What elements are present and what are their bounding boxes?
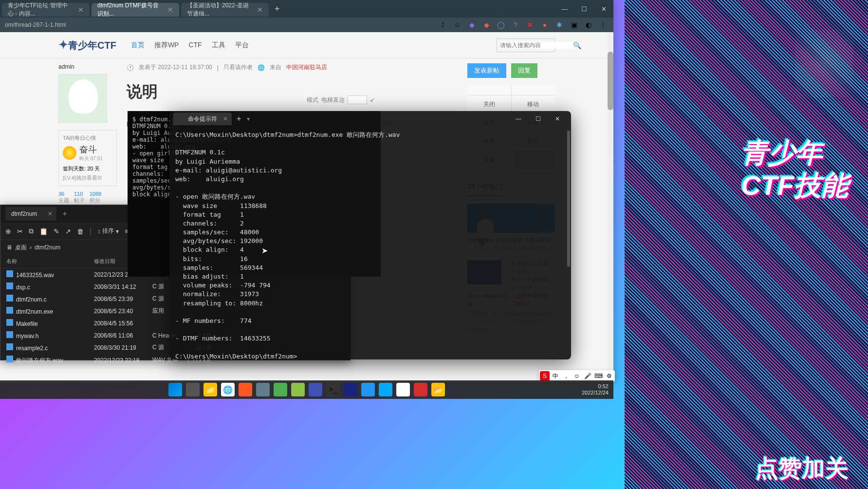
browser-tab-0[interactable]: 青少年CTF论坛 管理中心 - 内容... ✕ bbox=[2, 3, 90, 17]
new-tab-button[interactable]: + bbox=[232, 114, 246, 123]
extension-icon[interactable]: ✱ bbox=[554, 19, 565, 30]
author-name[interactable]: admin bbox=[58, 63, 117, 70]
url-field[interactable]: om/thread-267-1-1.html bbox=[5, 21, 437, 28]
minimize-button[interactable]: — bbox=[555, 0, 574, 18]
rename-icon[interactable]: ✎ bbox=[54, 227, 59, 235]
ime-voice-icon[interactable]: 🎤 bbox=[583, 371, 592, 381]
app-icon[interactable] bbox=[291, 383, 305, 396]
side-action[interactable] bbox=[512, 85, 555, 95]
start-button[interactable] bbox=[168, 383, 182, 396]
maximize-button[interactable]: ☐ bbox=[528, 111, 548, 127]
close-button[interactable]: ✕ bbox=[548, 111, 567, 127]
new-tab-button[interactable]: + bbox=[269, 4, 286, 14]
close-icon[interactable]: ✕ bbox=[78, 6, 84, 14]
chrome-icon[interactable]: 🌐 bbox=[221, 383, 235, 396]
sidebar-icon[interactable]: ▣ bbox=[569, 19, 579, 30]
terminal-output[interactable]: C:\Users\Moxin\Desktop\dtmf2num>dtmf2num… bbox=[169, 127, 571, 365]
file-icon bbox=[6, 343, 13, 350]
profile-icon[interactable]: ◐ bbox=[583, 19, 594, 30]
file-icon bbox=[6, 356, 13, 362]
address-bar: om/thread-267-1-1.html ⤴ ☆ ◆ ◆ ◯ ? ✖ ● ✱… bbox=[0, 18, 613, 32]
close-button[interactable]: ✕ bbox=[594, 0, 613, 18]
nav-home[interactable]: 首页 bbox=[131, 41, 145, 50]
new-post-button[interactable]: 发表新帖 bbox=[467, 63, 506, 78]
extension-icon[interactable]: ? bbox=[510, 19, 521, 30]
nav-ctf[interactable]: CTF bbox=[188, 41, 202, 50]
app-icon[interactable] bbox=[361, 383, 375, 396]
nav-tools[interactable]: 工具 bbox=[212, 41, 225, 50]
ime-keyboard-icon[interactable]: ⌨ bbox=[593, 371, 603, 381]
close-icon[interactable]: ✕ bbox=[257, 6, 263, 14]
extension-icon[interactable]: ● bbox=[539, 19, 550, 30]
extension-icon[interactable]: ◆ bbox=[481, 19, 492, 30]
close-icon[interactable]: ✕ bbox=[48, 210, 53, 217]
search-icon[interactable]: 🔍 bbox=[573, 41, 581, 49]
ime-punct-icon[interactable]: ， bbox=[561, 371, 571, 381]
ime-logo[interactable]: S bbox=[540, 371, 550, 381]
terminal-icon[interactable]: >_ bbox=[326, 383, 340, 396]
browser-titlebar: 青少年CTF论坛 管理中心 - 内容... ✕ dtmf2num DTMF拨号音… bbox=[0, 0, 613, 18]
ime-lang[interactable]: 中 bbox=[551, 371, 560, 381]
search-input[interactable] bbox=[500, 42, 573, 49]
close-icon[interactable]: ✕ bbox=[223, 115, 228, 122]
new-tab-button[interactable]: + bbox=[56, 209, 73, 218]
steam-icon[interactable] bbox=[344, 383, 357, 396]
extension-icon[interactable]: ◯ bbox=[496, 19, 506, 30]
minimize-button[interactable]: — bbox=[509, 111, 528, 127]
cut-icon[interactable]: ✂ bbox=[17, 227, 23, 235]
app-icon[interactable] bbox=[239, 383, 252, 396]
star-icon[interactable]: ☆ bbox=[452, 19, 462, 30]
app-icon[interactable] bbox=[309, 383, 322, 396]
app-icon[interactable]: 📂 bbox=[431, 383, 445, 396]
explorer-icon[interactable]: 📁 bbox=[203, 383, 217, 396]
explorer-tab[interactable]: dtmf2num ✕ bbox=[5, 207, 56, 221]
new-icon[interactable]: ⊕ bbox=[5, 227, 11, 235]
share-icon[interactable]: ↗ bbox=[65, 227, 71, 235]
terminal-tab[interactable]: 命令提示符 ✕ bbox=[173, 113, 232, 125]
floor-input[interactable] bbox=[348, 95, 367, 104]
file-icon bbox=[6, 319, 13, 326]
mood-box: TA的每日心情 奋斗 昨天 07:51 签到天数: 20 天 [LV.4]偶尔看… bbox=[58, 130, 117, 186]
notepad-icon[interactable] bbox=[379, 383, 392, 396]
wechat-icon[interactable] bbox=[274, 383, 287, 396]
app-icon[interactable] bbox=[396, 383, 410, 396]
paste-icon[interactable]: 📋 bbox=[39, 227, 48, 235]
terminal-window: 命令提示符 ✕ + ▼ — ☐ ✕ C:\Users\Moxin\Desktop… bbox=[169, 111, 571, 359]
ime-settings-icon[interactable]: ⚙ bbox=[604, 371, 614, 381]
desktop-icon: 🖥 bbox=[6, 244, 12, 251]
mood-icon bbox=[63, 146, 76, 160]
side-action[interactable] bbox=[467, 85, 511, 95]
scrollbar-thumb[interactable] bbox=[608, 52, 613, 110]
extension-icon[interactable]: ◆ bbox=[466, 19, 477, 30]
delete-icon[interactable]: 🗑 bbox=[77, 227, 84, 235]
tab-dropdown-icon[interactable]: ▼ bbox=[246, 116, 251, 122]
avatar[interactable] bbox=[58, 74, 107, 123]
nav-platform[interactable]: 平台 bbox=[235, 41, 249, 50]
file-icon bbox=[6, 331, 13, 338]
menu-icon[interactable]: ⋮ bbox=[598, 19, 609, 30]
system-clock[interactable]: 0:52 2022/12/24 bbox=[582, 383, 609, 396]
ime-emoji-icon[interactable]: ☺ bbox=[572, 371, 582, 381]
share-icon[interactable]: ⤴ bbox=[437, 19, 448, 30]
copy-icon[interactable]: ⧉ bbox=[29, 227, 34, 235]
reply-button[interactable]: 回复 bbox=[511, 63, 537, 78]
globe-icon: 🌐 bbox=[258, 64, 265, 71]
maximize-button[interactable]: ☐ bbox=[574, 0, 594, 18]
app-icon[interactable] bbox=[256, 383, 270, 396]
clock-icon: 🕐 bbox=[127, 64, 134, 71]
site-logo[interactable]: ✦青少年CTF bbox=[58, 38, 116, 52]
extension-icon[interactable]: ✖ bbox=[525, 19, 536, 30]
browser-tab-2[interactable]: 【圣诞活动】2022-圣诞节通缉... ✕ bbox=[181, 3, 269, 17]
cmd-icon bbox=[178, 115, 185, 122]
scrollbar-thumb[interactable] bbox=[567, 131, 570, 267]
nav-wp[interactable]: 推荐WP bbox=[154, 41, 179, 50]
file-icon bbox=[6, 307, 13, 314]
browser-tab-1[interactable]: dtmf2num DTMF拨号音识别... ✕ bbox=[92, 3, 179, 17]
scrollbar[interactable] bbox=[608, 32, 613, 382]
sort-button[interactable]: ↕ 排序 ▾ bbox=[97, 227, 119, 235]
close-icon[interactable]: ✕ bbox=[167, 6, 173, 14]
file-icon bbox=[6, 295, 13, 301]
app-icon[interactable] bbox=[414, 383, 427, 396]
go-icon[interactable]: ↙ bbox=[370, 96, 375, 103]
taskview-icon[interactable] bbox=[186, 383, 200, 396]
